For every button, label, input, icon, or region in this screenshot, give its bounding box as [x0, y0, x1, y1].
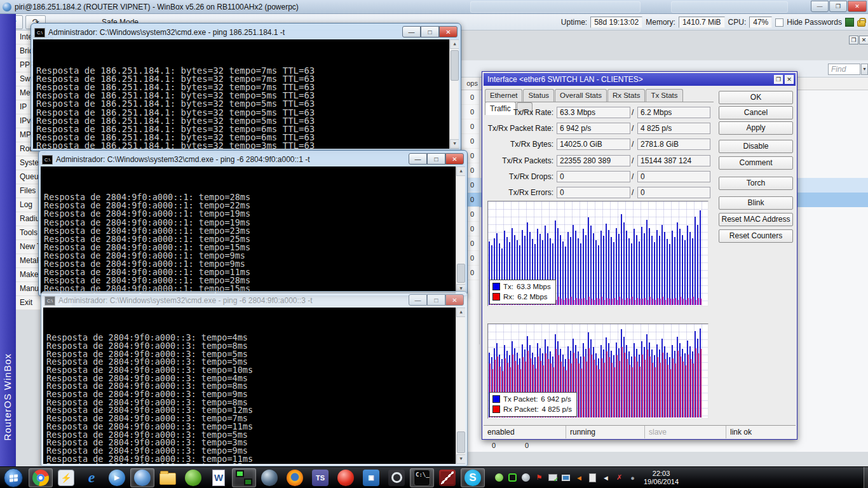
comment-button[interactable]: Comment — [719, 156, 793, 170]
cmd1-console[interactable]: Resposta de 186.251.184.1: bytes=32 temp… — [33, 39, 459, 149]
firefox-icon[interactable] — [283, 468, 307, 487]
reset-mac-address-button[interactable]: Reset MAC Address — [719, 213, 793, 226]
graph-bar-pair — [618, 325, 620, 417]
teamspeak-icon[interactable]: TS — [308, 468, 332, 487]
ok-button[interactable]: OK — [719, 91, 793, 104]
scroll-down-icon[interactable]: ▼ — [450, 139, 459, 149]
winbox-app-icon — [3, 3, 11, 11]
steam-icon[interactable] — [384, 468, 409, 487]
volume-orange-tray-icon[interactable]: ◄ — [574, 473, 584, 482]
cmd2-console[interactable]: Resposta de 2804:9f0:a000::1: tempo=28ms… — [41, 166, 465, 294]
tab-rx-stats[interactable]: Rx Stats — [607, 89, 645, 102]
media-player-icon[interactable]: ▶ — [105, 468, 129, 487]
cmd2-close-button[interactable]: ✕ — [445, 153, 464, 165]
cancel-button[interactable]: Cancel — [719, 106, 793, 119]
rx-errors-value: 0 — [637, 187, 710, 198]
explorer-icon[interactable] — [156, 468, 180, 487]
cmd3-titlebar[interactable]: C:\ Administrador: C:\Windows\system32\c… — [43, 294, 465, 308]
apply-button[interactable]: Apply — [719, 121, 793, 135]
child-maximize-button[interactable]: ❐ — [849, 36, 858, 44]
cmd3-maximize-button[interactable]: □ — [427, 294, 445, 306]
find-input[interactable]: Find — [828, 64, 860, 75]
winbox-titlebar[interactable]: piri@186.251.184.2 (ROUTER VIPNET) - Win… — [0, 0, 868, 14]
cmd3-minimize-button[interactable]: — — [409, 294, 427, 306]
cmd3-close-button[interactable]: ✕ — [445, 294, 464, 306]
cmd1-titlebar[interactable]: C:\ Administrador: C:\Windows\system32\c… — [33, 25, 459, 39]
child-close-button[interactable]: ✕ — [859, 36, 868, 44]
start-button[interactable] — [4, 468, 23, 487]
cmd1-maximize-button[interactable]: □ — [421, 26, 439, 37]
show-desktop-button[interactable] — [864, 467, 868, 488]
cmd2-titlebar[interactable]: C:\ Administrador: C:\Windows\system32\c… — [41, 152, 465, 166]
word-icon[interactable]: W — [207, 468, 231, 487]
scrollbar-thumb[interactable] — [457, 264, 465, 283]
cmd1-minimize-button[interactable]: — — [402, 26, 421, 37]
dialog-titlebar[interactable]: Interface <ether6 SWITCH LAN - CLIENTES>… — [484, 73, 796, 86]
messenger-tray-icon[interactable] — [494, 473, 504, 482]
window-maximize-button[interactable]: ❐ — [829, 1, 847, 12]
scrollbar-thumb[interactable] — [451, 50, 459, 81]
graph-bar-pair — [578, 325, 579, 417]
find-dropdown-button[interactable]: ▼ — [861, 64, 868, 75]
cmd1-scrollbar[interactable]: ▲ ▼ — [449, 39, 459, 149]
scroll-up-icon[interactable]: ▲ — [456, 166, 465, 176]
window-minimize-button[interactable]: — — [811, 1, 829, 12]
scroll-down-icon[interactable]: ▼ — [456, 454, 465, 464]
disable-button[interactable]: Disable — [719, 140, 793, 153]
flag-tray-icon[interactable]: ⚑ — [534, 473, 544, 482]
skype-icon[interactable]: S — [461, 468, 485, 487]
razer-tray-icon[interactable] — [508, 473, 517, 482]
reset-counters-button[interactable]: Reset Counters — [719, 229, 793, 243]
tab-tx-stats[interactable]: Tx Stats — [646, 89, 682, 102]
cmd3-console[interactable]: Resposta de 2804:9f0:a000::3: tempo=4msR… — [43, 308, 465, 464]
network-monitor-icon[interactable] — [232, 468, 256, 487]
scrollbar-thumb[interactable] — [457, 431, 465, 453]
graph-bar-pair — [664, 325, 665, 417]
clipboard-tray-icon[interactable] — [588, 473, 597, 482]
volume-tray-icon[interactable]: ◄ — [601, 473, 611, 482]
cmd3-scrollbar[interactable]: ▲ ▼ — [456, 308, 465, 464]
status-slave: slave — [645, 426, 726, 438]
monitor-tray-icon[interactable] — [561, 473, 571, 482]
window-close-button[interactable]: ✕ — [848, 1, 867, 12]
sphere-app-icon[interactable] — [257, 468, 281, 487]
cmd-window-3[interactable]: C:\ Administrador: C:\Windows\system32\c… — [41, 291, 468, 466]
steam-tray-icon[interactable] — [521, 473, 531, 482]
printer-tray-icon[interactable] — [548, 473, 557, 482]
dota2-icon[interactable] — [435, 468, 459, 487]
scroll-up-icon[interactable]: ▲ — [456, 308, 465, 317]
cmd-window-1[interactable]: C:\ Administrador: C:\Windows\system32\c… — [31, 23, 461, 151]
status-enabled: enabled — [484, 426, 566, 438]
graph-bar-pair — [580, 325, 581, 417]
tab-ethernet[interactable]: Ethernet — [485, 89, 522, 102]
chrome-icon[interactable] — [29, 468, 53, 487]
cmd1-close-button[interactable]: ✕ — [439, 26, 458, 37]
cmd2-maximize-button[interactable]: □ — [427, 153, 445, 165]
the-dude-icon[interactable] — [181, 468, 205, 487]
remote-connection-icon[interactable]: ⚡ — [54, 468, 78, 487]
cmd2-scrollbar[interactable]: ▲ ▼ — [456, 166, 465, 294]
tx-errors-value: 0 — [557, 187, 630, 198]
display-settings-icon[interactable]: ▣ — [359, 468, 383, 487]
torch-button[interactable]: Torch — [719, 177, 793, 190]
hide-passwords-checkbox[interactable] — [775, 18, 783, 27]
winbox-taskbar-icon[interactable] — [130, 468, 154, 487]
interface-dialog[interactable]: Interface <ether6 SWITCH LAN - CLIENTES>… — [482, 71, 797, 440]
gray-ball-tray-icon[interactable]: ● — [628, 473, 637, 482]
cmd2-minimize-button[interactable]: — — [409, 153, 427, 165]
cmd-window-2[interactable]: C:\ Administrador: C:\Windows\system32\c… — [38, 150, 468, 296]
taskbar-clock[interactable]: 22:03 19/06/2014 — [644, 470, 679, 486]
windows-flag-icon — [10, 474, 18, 482]
graph-bar-pair — [641, 325, 642, 417]
network-error-tray-icon[interactable]: ✗ — [614, 473, 624, 482]
blink-button[interactable]: Blink — [719, 196, 793, 210]
mumble-icon[interactable] — [334, 468, 358, 487]
scroll-up-icon[interactable]: ▲ — [450, 39, 459, 49]
dialog-close-button[interactable]: ✕ — [785, 75, 794, 84]
cmd-taskbar-icon[interactable]: C:\_ — [410, 468, 434, 487]
internet-explorer-icon[interactable]: e — [79, 468, 104, 487]
tab-status[interactable]: Status — [523, 89, 554, 102]
dialog-restore-button[interactable]: ❐ — [774, 75, 783, 84]
tab-overall-stats[interactable]: Overall Stats — [555, 89, 607, 102]
graph-bar-pair — [634, 202, 635, 305]
